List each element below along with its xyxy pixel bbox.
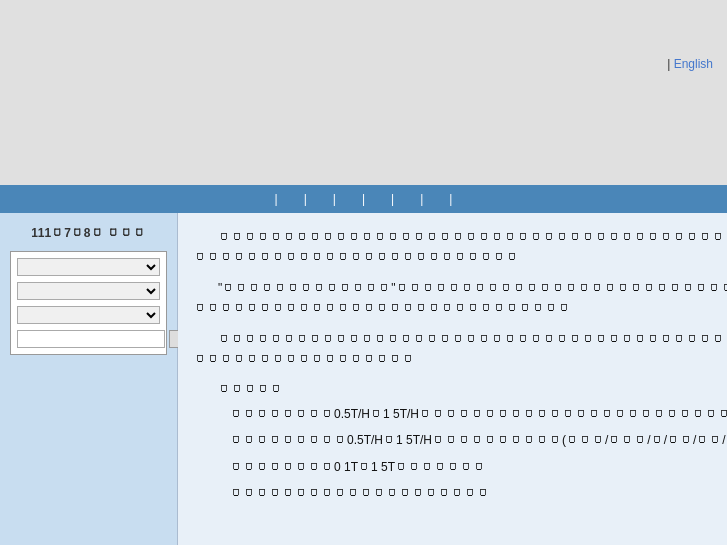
sidebar-select-2 — [17, 282, 160, 300]
navigation-bar: | | | | | | | — [0, 185, 727, 213]
nav-item-7[interactable]: | — [445, 190, 456, 208]
content-bullet-1: ០០០០០០០០0.5T/H០1 5T/H០០០០០០០០០០០០០០០០០០០… — [194, 404, 727, 424]
lang-separator: | — [667, 57, 670, 71]
top-banner: | English — [0, 0, 727, 185]
select-dropdown-2[interactable] — [17, 282, 160, 300]
content-bullet-2: ០០០០០០០០០0.5T/H០1 5T/H០០០០០០០០០០(០០០/០០០… — [194, 430, 727, 450]
search-input[interactable] — [17, 330, 165, 348]
sidebar-search-row — [17, 330, 160, 348]
language-selector-area: | English — [667, 57, 713, 71]
content-paragraph-3: ០០០០០០០០០០០០០០០០០០០០០០០០០០០០០០០០០០០០០០០០… — [194, 329, 727, 370]
select-dropdown-1[interactable] — [17, 258, 160, 276]
main-content: 111០7០8០ ០០០ ០ — [0, 213, 727, 545]
sidebar-select-1 — [17, 258, 160, 276]
sidebar-title: 111០7០8០ ០០០ — [10, 223, 167, 243]
sidebar-select-3 — [17, 306, 160, 324]
english-lang-link[interactable]: English — [674, 57, 713, 71]
sidebar: 111០7០8០ ០០០ — [0, 213, 178, 545]
content-bullet-3: ០០០០០០០០0 1T០1 5T០០០០០០០ — [194, 457, 727, 477]
nav-item-3[interactable]: | — [329, 190, 340, 208]
sidebar-search-box — [10, 251, 167, 355]
content-paragraph-2: "០០០០០០០០០០០០០"០០០០០០០០០០០០០០០០០០០០០០០០០… — [194, 278, 727, 319]
content-paragraph-1: ០០០០០០០០០០០០០០០០០០០០០០០០០០០០០០០០០០០០០០០០… — [194, 227, 727, 268]
content-bullet-4: ០០០០០០០០០០០០០០០០០០០០ — [194, 483, 727, 503]
content-heading-1: ០០០០០ — [194, 379, 727, 399]
nav-item-4[interactable]: | — [358, 190, 369, 208]
select-dropdown-3[interactable] — [17, 306, 160, 324]
nav-item-2[interactable]: | — [300, 190, 311, 208]
content-area: ០០០០០០០០០០០០០០០០០០០០០០០០០០០០០០០០០០០០០០០០… — [178, 213, 727, 545]
nav-item-6[interactable]: | — [416, 190, 427, 208]
nav-item-1[interactable]: | — [271, 190, 282, 208]
nav-item-5[interactable]: | — [387, 190, 398, 208]
